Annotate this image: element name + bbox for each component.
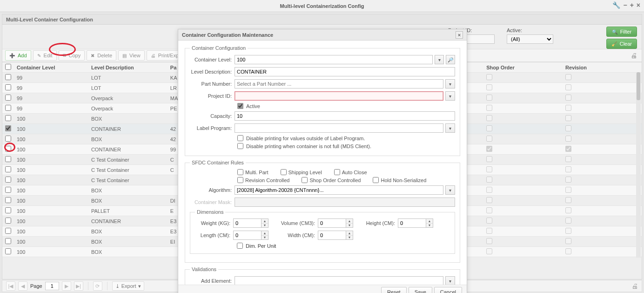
printer-icon-pager[interactable]: 🖨 — [631, 282, 638, 290]
spinner-volume[interactable]: ▲▼ — [318, 218, 361, 228]
checkbox-dim-per-unit[interactable] — [237, 243, 243, 249]
spinner-weight[interactable]: ▲▼ — [233, 218, 276, 228]
input-container-level[interactable] — [235, 55, 433, 64]
row-checkbox[interactable] — [5, 136, 11, 142]
pager-first-button[interactable]: |◀ — [6, 281, 15, 291]
dropdown-icon[interactable]: ▾ — [445, 276, 455, 285]
dropdown-icon[interactable]: ▾ — [445, 185, 455, 195]
spinner-height[interactable]: ▲▼ — [398, 218, 441, 228]
pager-next-button[interactable]: ▶ — [62, 281, 71, 291]
checkbox-revision-controlled[interactable] — [237, 177, 243, 183]
checkbox-multi-part[interactable] — [237, 169, 243, 175]
input-project-id-modal[interactable] — [235, 91, 443, 101]
refresh-button[interactable]: ⟳ — [93, 281, 102, 291]
label-algorithm: Algorithm: — [190, 187, 235, 193]
close-icon[interactable]: × — [637, 2, 640, 8]
checkbox-shop-order-controlled[interactable] — [302, 177, 308, 183]
cell-container-level: 100 — [14, 175, 88, 185]
dropdown-icon[interactable]: ▾ — [445, 79, 455, 89]
row-checkbox[interactable] — [5, 177, 11, 183]
input-part-number[interactable] — [235, 79, 443, 89]
row-checkbox[interactable] — [5, 248, 11, 254]
printer-icon-right[interactable]: 🖨 — [631, 52, 639, 59]
label-project-id: Project ID: — [190, 93, 235, 99]
lookup-icon[interactable]: 🔎 — [446, 55, 455, 64]
label-level-desc: Level Description: — [190, 69, 235, 75]
input-level-desc[interactable] — [235, 67, 455, 76]
dropdown-icon[interactable]: ▾ — [445, 123, 455, 133]
input-add-element[interactable] — [235, 276, 443, 285]
row-checkbox[interactable] — [5, 166, 11, 172]
row-checkbox[interactable] — [5, 207, 11, 213]
col-container-level[interactable]: Container Level — [14, 62, 88, 73]
fieldset-container-config: Container Configuration Container Level:… — [185, 45, 460, 156]
row-checkbox[interactable] — [5, 218, 11, 224]
input-capacity[interactable] — [235, 111, 455, 121]
row-checkbox[interactable] — [5, 125, 11, 131]
dialog-close-button[interactable]: × — [456, 31, 463, 39]
chevron-up-icon[interactable]: ▲ — [262, 231, 268, 236]
row-checkbox[interactable] — [5, 74, 11, 80]
row-checkbox[interactable] — [5, 156, 11, 162]
row-checkbox[interactable] — [5, 238, 11, 244]
chevron-down-icon[interactable]: ▼ — [262, 236, 268, 240]
checkbox-shipping-level[interactable] — [281, 169, 287, 175]
cancel-button[interactable]: Cancel — [434, 287, 462, 293]
fieldset-sfdc-rules: SFDC Container Rules Multi. Part Shippin… — [185, 160, 460, 263]
col-revision[interactable]: Revision — [563, 62, 642, 73]
scrollbar-thumb[interactable] — [637, 72, 640, 100]
row-checkbox[interactable] — [5, 197, 11, 203]
minimize-icon[interactable]: − — [623, 2, 627, 8]
copy-button[interactable]: ⧉Copy — [59, 50, 85, 61]
filter-button[interactable]: Filter — [606, 27, 637, 37]
chevron-up-icon[interactable]: ▲ — [346, 231, 353, 236]
pager-page-input[interactable] — [45, 282, 59, 290]
chevron-up-icon[interactable]: ▲ — [346, 219, 353, 224]
input-algorithm[interactable] — [235, 185, 443, 195]
pager-prev-button[interactable]: ◀ — [18, 281, 27, 291]
checkbox-active[interactable] — [237, 103, 243, 109]
dialog-header[interactable]: Container Configuration Maintenance × — [178, 29, 467, 41]
chevron-up-icon[interactable]: ▲ — [426, 219, 433, 224]
col-shop-order[interactable]: Shop Order — [483, 62, 563, 73]
edit-button[interactable]: ✎Edit — [33, 50, 57, 61]
dropdown-icon[interactable]: ▾ — [435, 55, 444, 64]
chevron-down-icon[interactable]: ▼ — [346, 236, 353, 240]
export-button[interactable]: ⤓Export▾ — [112, 281, 144, 291]
checkbox-disable-notfull[interactable] — [237, 143, 243, 149]
vertical-scrollbar[interactable] — [636, 72, 641, 258]
chevron-down-icon[interactable]: ▼ — [262, 224, 268, 228]
checkbox-hold-non-serial[interactable] — [373, 177, 379, 183]
row-checkbox[interactable] — [5, 95, 11, 101]
save-button[interactable]: Save — [409, 287, 432, 293]
dropdown-icon[interactable]: ▾ — [445, 91, 455, 101]
col-level-description[interactable]: Level Description — [88, 62, 168, 73]
row-checkbox[interactable] — [5, 105, 11, 111]
row-checkbox[interactable] — [5, 187, 11, 193]
clear-button[interactable]: Clear — [606, 39, 637, 49]
row-checkbox[interactable] — [5, 228, 11, 234]
spinner-length[interactable]: ▲▼ — [233, 231, 276, 240]
chevron-down-icon[interactable]: ▼ — [426, 224, 433, 228]
reset-button[interactable]: Reset — [381, 287, 407, 293]
wrench-icon[interactable]: 🔧 — [612, 2, 620, 8]
label-length: Length (CM): — [195, 232, 233, 238]
select-active[interactable]: (All) — [507, 34, 553, 44]
checkbox-auto-close[interactable] — [334, 169, 340, 175]
row-checkbox[interactable] — [5, 146, 11, 152]
cell-level-description: CONTAINER — [88, 144, 168, 155]
chevron-up-icon[interactable]: ▲ — [262, 219, 268, 224]
window-title: Multi-level Containerization Config — [280, 3, 364, 9]
col-checkbox[interactable] — [2, 62, 14, 73]
row-checkbox[interactable] — [5, 84, 11, 90]
pager-last-button[interactable]: ▶| — [74, 281, 83, 291]
chevron-down-icon[interactable]: ▼ — [346, 224, 353, 228]
spinner-width[interactable]: ▲▼ — [318, 231, 361, 240]
checkbox-disable-outside[interactable] — [237, 135, 243, 141]
add-button[interactable]: ➕Add — [5, 50, 31, 61]
delete-button[interactable]: ✖Delete — [87, 50, 116, 61]
view-button[interactable]: ▤View — [118, 50, 145, 61]
input-label-program[interactable] — [235, 123, 443, 133]
maximize-icon[interactable]: + — [630, 2, 634, 8]
row-checkbox[interactable] — [5, 115, 11, 121]
